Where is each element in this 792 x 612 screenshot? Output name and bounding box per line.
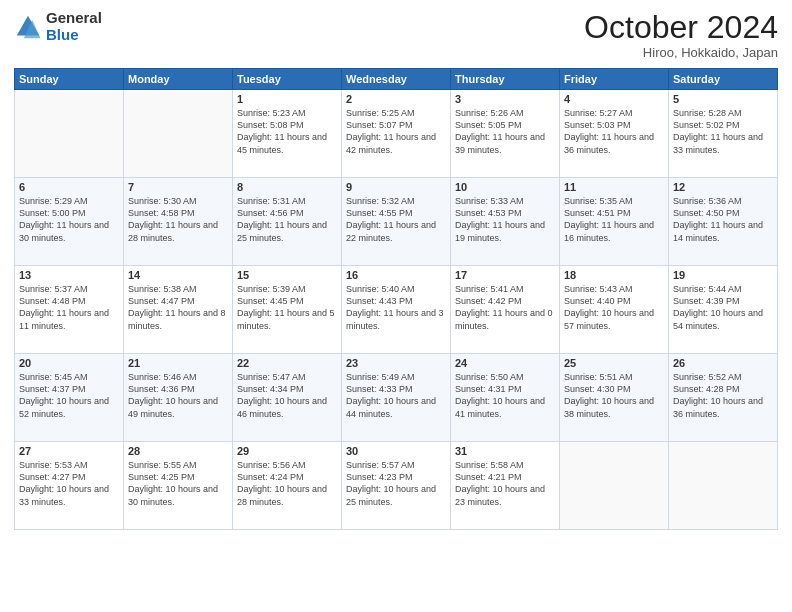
cell-info: Sunrise: 5:35 AMSunset: 4:51 PMDaylight:…: [564, 195, 664, 244]
day-number: 20: [19, 357, 119, 369]
day-number: 16: [346, 269, 446, 281]
day-number: 19: [673, 269, 773, 281]
calendar-cell: 3Sunrise: 5:26 AMSunset: 5:05 PMDaylight…: [451, 90, 560, 178]
day-number: 13: [19, 269, 119, 281]
cell-info: Sunrise: 5:39 AMSunset: 4:45 PMDaylight:…: [237, 283, 337, 332]
calendar-cell: 29Sunrise: 5:56 AMSunset: 4:24 PMDayligh…: [233, 442, 342, 530]
calendar-cell: 8Sunrise: 5:31 AMSunset: 4:56 PMDaylight…: [233, 178, 342, 266]
cell-info: Sunrise: 5:26 AMSunset: 5:05 PMDaylight:…: [455, 107, 555, 156]
day-number: 12: [673, 181, 773, 193]
day-number: 11: [564, 181, 664, 193]
day-number: 27: [19, 445, 119, 457]
cell-info: Sunrise: 5:29 AMSunset: 5:00 PMDaylight:…: [19, 195, 119, 244]
day-number: 3: [455, 93, 555, 105]
cell-info: Sunrise: 5:32 AMSunset: 4:55 PMDaylight:…: [346, 195, 446, 244]
calendar-cell: [124, 90, 233, 178]
day-number: 14: [128, 269, 228, 281]
logo-icon: [14, 13, 42, 41]
calendar-cell: 17Sunrise: 5:41 AMSunset: 4:42 PMDayligh…: [451, 266, 560, 354]
logo-blue-text: Blue: [46, 27, 102, 44]
day-number: 7: [128, 181, 228, 193]
day-number: 15: [237, 269, 337, 281]
calendar-cell: 13Sunrise: 5:37 AMSunset: 4:48 PMDayligh…: [15, 266, 124, 354]
calendar-cell: [669, 442, 778, 530]
cell-info: Sunrise: 5:30 AMSunset: 4:58 PMDaylight:…: [128, 195, 228, 244]
calendar-cell: 10Sunrise: 5:33 AMSunset: 4:53 PMDayligh…: [451, 178, 560, 266]
cell-info: Sunrise: 5:45 AMSunset: 4:37 PMDaylight:…: [19, 371, 119, 420]
calendar-cell: 4Sunrise: 5:27 AMSunset: 5:03 PMDaylight…: [560, 90, 669, 178]
cell-info: Sunrise: 5:25 AMSunset: 5:07 PMDaylight:…: [346, 107, 446, 156]
day-number: 30: [346, 445, 446, 457]
day-number: 18: [564, 269, 664, 281]
day-number: 29: [237, 445, 337, 457]
calendar-week-1: 1Sunrise: 5:23 AMSunset: 5:08 PMDaylight…: [15, 90, 778, 178]
weekday-header-saturday: Saturday: [669, 69, 778, 90]
calendar-week-2: 6Sunrise: 5:29 AMSunset: 5:00 PMDaylight…: [15, 178, 778, 266]
day-number: 17: [455, 269, 555, 281]
calendar-cell: 30Sunrise: 5:57 AMSunset: 4:23 PMDayligh…: [342, 442, 451, 530]
day-number: 2: [346, 93, 446, 105]
calendar-table: SundayMondayTuesdayWednesdayThursdayFrid…: [14, 68, 778, 530]
day-number: 22: [237, 357, 337, 369]
logo-general-text: General: [46, 10, 102, 27]
calendar-cell: 22Sunrise: 5:47 AMSunset: 4:34 PMDayligh…: [233, 354, 342, 442]
day-number: 23: [346, 357, 446, 369]
cell-info: Sunrise: 5:37 AMSunset: 4:48 PMDaylight:…: [19, 283, 119, 332]
weekday-header-friday: Friday: [560, 69, 669, 90]
calendar-cell: 6Sunrise: 5:29 AMSunset: 5:00 PMDaylight…: [15, 178, 124, 266]
logo-text: General Blue: [46, 10, 102, 43]
cell-info: Sunrise: 5:31 AMSunset: 4:56 PMDaylight:…: [237, 195, 337, 244]
logo: General Blue: [14, 10, 102, 43]
weekday-header-row: SundayMondayTuesdayWednesdayThursdayFrid…: [15, 69, 778, 90]
weekday-header-monday: Monday: [124, 69, 233, 90]
cell-info: Sunrise: 5:41 AMSunset: 4:42 PMDaylight:…: [455, 283, 555, 332]
cell-info: Sunrise: 5:28 AMSunset: 5:02 PMDaylight:…: [673, 107, 773, 156]
calendar-cell: 18Sunrise: 5:43 AMSunset: 4:40 PMDayligh…: [560, 266, 669, 354]
cell-info: Sunrise: 5:40 AMSunset: 4:43 PMDaylight:…: [346, 283, 446, 332]
day-number: 24: [455, 357, 555, 369]
calendar-cell: 27Sunrise: 5:53 AMSunset: 4:27 PMDayligh…: [15, 442, 124, 530]
calendar-cell: 15Sunrise: 5:39 AMSunset: 4:45 PMDayligh…: [233, 266, 342, 354]
day-number: 10: [455, 181, 555, 193]
location-subtitle: Hiroo, Hokkaido, Japan: [584, 45, 778, 60]
calendar-cell: 11Sunrise: 5:35 AMSunset: 4:51 PMDayligh…: [560, 178, 669, 266]
day-number: 25: [564, 357, 664, 369]
cell-info: Sunrise: 5:38 AMSunset: 4:47 PMDaylight:…: [128, 283, 228, 332]
cell-info: Sunrise: 5:53 AMSunset: 4:27 PMDaylight:…: [19, 459, 119, 508]
day-number: 9: [346, 181, 446, 193]
header: General Blue October 2024 Hiroo, Hokkaid…: [14, 10, 778, 60]
weekday-header-wednesday: Wednesday: [342, 69, 451, 90]
calendar-cell: 28Sunrise: 5:55 AMSunset: 4:25 PMDayligh…: [124, 442, 233, 530]
cell-info: Sunrise: 5:47 AMSunset: 4:34 PMDaylight:…: [237, 371, 337, 420]
day-number: 4: [564, 93, 664, 105]
calendar-cell: 14Sunrise: 5:38 AMSunset: 4:47 PMDayligh…: [124, 266, 233, 354]
weekday-header-tuesday: Tuesday: [233, 69, 342, 90]
day-number: 1: [237, 93, 337, 105]
cell-info: Sunrise: 5:33 AMSunset: 4:53 PMDaylight:…: [455, 195, 555, 244]
calendar-cell: 20Sunrise: 5:45 AMSunset: 4:37 PMDayligh…: [15, 354, 124, 442]
cell-info: Sunrise: 5:57 AMSunset: 4:23 PMDaylight:…: [346, 459, 446, 508]
day-number: 5: [673, 93, 773, 105]
calendar-cell: 7Sunrise: 5:30 AMSunset: 4:58 PMDaylight…: [124, 178, 233, 266]
calendar-page: General Blue October 2024 Hiroo, Hokkaid…: [0, 0, 792, 612]
day-number: 26: [673, 357, 773, 369]
calendar-cell: 1Sunrise: 5:23 AMSunset: 5:08 PMDaylight…: [233, 90, 342, 178]
calendar-cell: 23Sunrise: 5:49 AMSunset: 4:33 PMDayligh…: [342, 354, 451, 442]
cell-info: Sunrise: 5:46 AMSunset: 4:36 PMDaylight:…: [128, 371, 228, 420]
calendar-cell: 19Sunrise: 5:44 AMSunset: 4:39 PMDayligh…: [669, 266, 778, 354]
day-number: 6: [19, 181, 119, 193]
calendar-cell: 25Sunrise: 5:51 AMSunset: 4:30 PMDayligh…: [560, 354, 669, 442]
cell-info: Sunrise: 5:49 AMSunset: 4:33 PMDaylight:…: [346, 371, 446, 420]
cell-info: Sunrise: 5:44 AMSunset: 4:39 PMDaylight:…: [673, 283, 773, 332]
calendar-cell: 5Sunrise: 5:28 AMSunset: 5:02 PMDaylight…: [669, 90, 778, 178]
calendar-week-3: 13Sunrise: 5:37 AMSunset: 4:48 PMDayligh…: [15, 266, 778, 354]
calendar-cell: 26Sunrise: 5:52 AMSunset: 4:28 PMDayligh…: [669, 354, 778, 442]
calendar-cell: 16Sunrise: 5:40 AMSunset: 4:43 PMDayligh…: [342, 266, 451, 354]
cell-info: Sunrise: 5:52 AMSunset: 4:28 PMDaylight:…: [673, 371, 773, 420]
calendar-cell: [560, 442, 669, 530]
cell-info: Sunrise: 5:50 AMSunset: 4:31 PMDaylight:…: [455, 371, 555, 420]
day-number: 31: [455, 445, 555, 457]
weekday-header-thursday: Thursday: [451, 69, 560, 90]
weekday-header-sunday: Sunday: [15, 69, 124, 90]
day-number: 21: [128, 357, 228, 369]
